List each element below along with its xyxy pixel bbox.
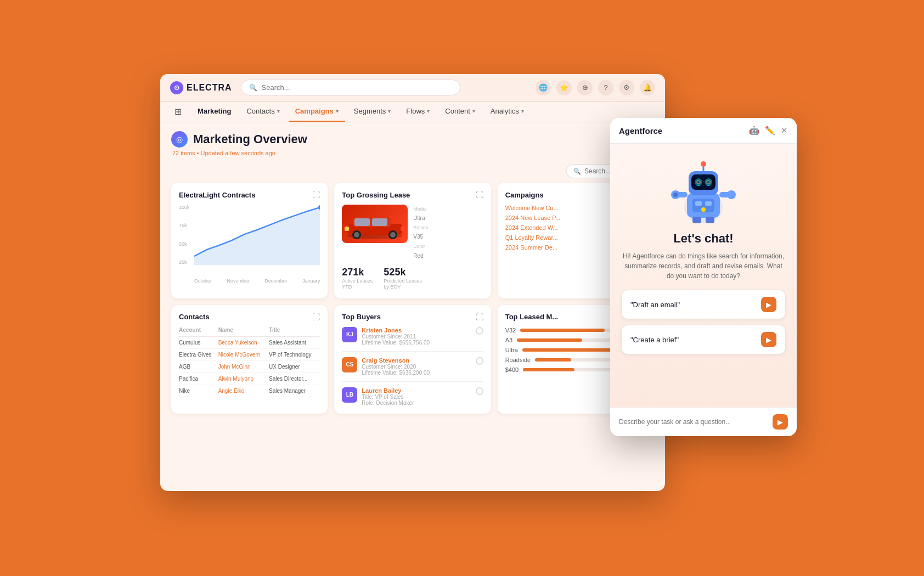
af-header: Agentforce 🤖 ✏️ ✕ [610,118,797,144]
svg-rect-11 [401,227,405,231]
row-name[interactable]: Angie Elko [218,388,245,394]
logo-area: ⊙ ELECTRA [170,81,232,94]
nav-analytics[interactable]: Analytics ▾ [484,101,531,122]
chart-card: ElectraLight Contracts ⛶ 100k 75k 50k 25… [171,183,328,298]
col-account: Account [179,327,218,337]
row-title: UX Designer [269,360,320,372]
svg-rect-31 [692,178,703,185]
lease-stat-2-label: Predicted Leasesby EOY [384,278,422,291]
af-edit-icon[interactable]: ✏️ [765,126,775,135]
leased-bar-4 [535,358,571,362]
table-row: Nike Angie Elko Sales Manager [179,385,320,397]
svg-rect-4 [354,218,370,226]
row-name[interactable]: John McGinn [218,364,251,370]
leased-bar-1 [520,329,604,332]
lease-stats: 271k Active LeasesYTD 525k Predicted Lea… [342,267,483,291]
notification-icon[interactable]: 🔔 [640,80,655,95]
af-close-icon[interactable]: ✕ [781,126,788,135]
mini-search-icon: 🔍 [573,168,581,175]
table-row: Electra Gives Nicole McGovern VP of Tech… [179,348,320,360]
leased-model-5: $400 [505,366,519,373]
lease-content: Model Ultra Edition V35 Color Red [342,205,483,261]
row-account: Cumulus [179,336,218,348]
af-input[interactable] [619,418,768,426]
buyers-card: Top Buyers ⛶ KJ Kristen Jones Customer S… [334,305,491,414]
buyer-info-2: Craig Stevenson Customer Since: 2020 Lif… [362,357,430,376]
suggestion-arrow-2: ▶ [761,332,776,347]
buyer-name-1[interactable]: Kristen Jones [362,327,430,334]
spec-edition-label: Edition [413,223,429,232]
lease-card-header: Top Grossing Lease ⛶ [342,190,483,199]
contacts-table: Account Name Title Cumulus Becca Yukelso… [179,327,320,397]
star-icon[interactable]: ⭐ [556,80,572,95]
buyers-expand-icon[interactable]: ⛶ [476,313,483,321]
svg-rect-5 [372,218,387,226]
nav-content[interactable]: Content ▾ [438,101,482,122]
buyer-name-2[interactable]: Craig Stevenson [362,357,430,364]
lease-stat-2-value: 525k [384,267,422,278]
row-title: Sales Assistant [269,336,320,348]
nav-campaigns[interactable]: Campaigns ▾ [289,101,345,122]
grid-icon[interactable]: ⊞ [170,104,185,120]
nav-flows[interactable]: Flows ▾ [399,101,436,122]
robot-image [668,155,739,226]
buyer-role-3: Role: Decision Maker [362,400,414,406]
af-send-button[interactable]: ▶ [773,414,788,430]
contacts-expand-icon[interactable]: ⛶ [312,313,320,321]
chart-line [194,205,320,265]
logo-icon: ⊙ [170,81,183,94]
contacts-card-title: Contacts [179,313,210,321]
svg-point-7 [354,232,359,238]
help-icon[interactable]: ? [598,80,613,95]
buyer-radio-3[interactable] [476,387,483,395]
lease-stat-2: 525k Predicted Leasesby EOY [384,267,422,291]
buyer-radio-2[interactable] [476,357,483,365]
chart-x-nov: November [227,278,250,284]
spec-model-label: Model [413,205,429,213]
app-name: ELECTRA [187,83,232,93]
chart-x-jan: January [302,278,320,284]
row-name[interactable]: Becca Yukelson [218,340,257,346]
row-title: VP of Technology [269,348,320,360]
row-name[interactable]: Alwin Mulyono [218,376,253,382]
nav-contacts[interactable]: Contacts ▾ [240,101,286,122]
topbar-search[interactable]: 🔍 [241,80,460,95]
col-name: Name [218,327,269,337]
leased-model-3: Ultra [505,347,518,353]
table-row: Pacifica Alwin Mulyono Sales Director... [179,372,320,385]
settings-icon[interactable]: ⚙ [619,80,634,95]
search-icon: 🔍 [249,84,257,92]
contacts-table-header: Account Name Title [179,327,320,337]
suggestion-btn-1[interactable]: "Draft an email" ▶ [621,290,786,319]
lease-stat-1: 271k Active LeasesYTD [342,267,373,291]
chart-x-labels: October November December January [194,278,320,284]
row-name[interactable]: Nicole McGovern [218,352,261,358]
row-account: AGB [179,360,218,372]
buyer-item-1: KJ Kristen Jones Customer Since: 2011 Li… [342,327,483,352]
chart-y-75k: 75k [179,223,190,228]
buyer-radio-1[interactable] [476,327,483,335]
lease-card: Top Grossing Lease ⛶ [334,183,491,298]
globe-icon[interactable]: 🌐 [536,80,551,95]
add-icon[interactable]: ⊕ [577,80,593,95]
car-image [342,205,408,243]
af-robot-icon[interactable]: 🤖 [749,126,759,135]
buyers-card-header: Top Buyers ⛶ [342,313,483,321]
lease-expand-icon[interactable]: ⛶ [476,190,483,199]
topbar-icons: 🌐 ⭐ ⊕ ? ⚙ 🔔 [536,80,655,95]
nav-segments[interactable]: Segments ▾ [347,101,398,122]
buyer-value-2: Lifetime Value: $636,200.00 [362,370,430,376]
crm-window: ⊙ ELECTRA 🔍 🌐 ⭐ ⊕ ? ⚙ 🔔 ⊞ [160,74,665,491]
buyer-name-3[interactable]: Lauren Bailey [362,387,414,394]
suggestion-label-2: "Create a brief" [630,336,679,344]
svg-rect-32 [704,178,715,185]
page-content: ◎ Marketing Overview 72 items • Updated … [160,122,665,490]
search-input[interactable] [262,83,452,92]
suggestion-btn-2[interactable]: "Create a brief" ▶ [621,325,786,354]
page-title: Marketing Overview [193,132,307,146]
row-account: Nike [179,385,218,397]
chart-x-dec: December [264,278,288,284]
chart-expand-icon[interactable]: ⛶ [312,190,320,199]
spec-color-value: Red [413,251,429,261]
svg-point-17 [701,207,706,212]
